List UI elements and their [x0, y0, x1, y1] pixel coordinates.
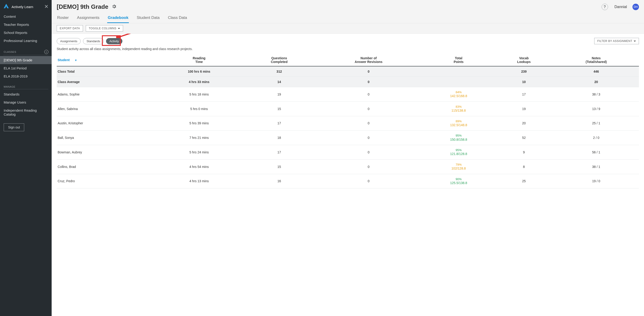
pill-standards[interactable]: Standards [83, 38, 104, 44]
col-points[interactable]: Total Points [423, 54, 494, 66]
sort-caret-icon: ▾ [75, 59, 76, 62]
cell-questions: 19 [244, 87, 314, 102]
cell-questions: 16 [244, 174, 314, 188]
activity-description: Student activity across all class assign… [57, 47, 639, 51]
sidebar-manage-item[interactable]: Standards [0, 90, 52, 98]
gear-icon[interactable] [112, 4, 117, 10]
help-icon[interactable]: ? [602, 4, 608, 10]
sidebar-item[interactable]: Professional Learning [0, 37, 52, 45]
cell-points [423, 66, 494, 77]
cell-student: Austin, Kristopher [57, 116, 154, 131]
tab-student-data[interactable]: Student Data [136, 14, 160, 23]
cell-points: 95%150.8/158.8 [423, 131, 494, 145]
cell-revisions: 0 [314, 131, 423, 145]
sidebar-class-item[interactable]: ELA 1st Period [0, 64, 52, 72]
avatar[interactable]: DH [632, 4, 639, 10]
sidebar-manage-item[interactable]: Independent Reading Catalog [0, 106, 52, 118]
cell-revisions: 0 [314, 145, 423, 160]
cell-reading: 100 hrs 6 mins [154, 66, 244, 77]
cell-vocab: 9 [494, 145, 554, 160]
points-pct: 95% [425, 148, 492, 152]
table-row[interactable]: Ball, Sonya7 hrs 21 mins18095%150.8/158.… [57, 131, 639, 145]
col-notes[interactable]: Notes (Total/shared) [554, 54, 639, 66]
sidebar-manage-item[interactable]: Manage Users [0, 98, 52, 106]
tab-roster[interactable]: Roster [57, 14, 69, 23]
table-row-total: Class Total100 hrs 6 mins3120239446 [57, 66, 639, 77]
cell-questions: 17 [244, 145, 314, 160]
col-reading-time[interactable]: Reading Time [154, 54, 244, 66]
page-title: [DEMO] 9th Grade [57, 3, 108, 10]
cell-revisions: 0 [314, 116, 423, 131]
points-fraction: 115/138.8 [425, 109, 492, 113]
cell-vocab: 19 [494, 102, 554, 116]
cell-vocab: 25 [494, 174, 554, 188]
cell-revisions: 0 [314, 159, 423, 174]
brand-name: Actively Learn [12, 5, 42, 9]
cell-points: 83%115/138.8 [423, 102, 494, 116]
table-row[interactable]: Collins, Brad4 hrs 54 mins15079%102/128.… [57, 159, 639, 174]
cell-points: 95%121.8/128.8 [423, 145, 494, 160]
chevron-down-icon [634, 41, 636, 42]
sidebar-item[interactable]: Content [0, 13, 52, 21]
points-fraction: 142.5/168.8 [425, 94, 492, 98]
cell-reading: 5 hrs 0 mins [154, 102, 244, 116]
cell-points: 79%102/128.8 [423, 159, 494, 174]
cell-notes: 56 / 1 [554, 145, 639, 160]
manage-heading: MANAGE [4, 85, 16, 88]
cell-reading: 5 hrs 39 mins [154, 116, 244, 131]
points-pct: 83% [425, 105, 492, 109]
cell-notes: 19 / 0 [554, 174, 639, 188]
cell-notes: 2 / 0 [554, 131, 639, 145]
cell-notes: 20 [554, 77, 639, 87]
close-icon[interactable]: ✕ [44, 4, 48, 10]
cell-questions: 312 [244, 66, 314, 77]
cell-revisions: 0 [314, 66, 423, 77]
logo-icon [3, 3, 9, 10]
cell-vocab: 52 [494, 131, 554, 145]
cell-questions: 18 [244, 131, 314, 145]
chevron-down-icon [118, 28, 120, 29]
filter-by-assignment-button[interactable]: FILTER BY ASSIGNMENT [594, 38, 639, 44]
table-row[interactable]: Cruz, Pedro4 hrs 13 mins16090%125.5/138.… [57, 174, 639, 188]
activity-table: Student ▾ Reading Time Questions Complet… [57, 54, 639, 188]
table-row[interactable]: Bowman, Aubrey5 hrs 24 mins17095%121.8/1… [57, 145, 639, 160]
pill-activity[interactable]: Activity [106, 38, 122, 44]
export-data-label: EXPORT DATA [60, 27, 80, 30]
toggle-columns-label: TOGGLE COLUMNS [89, 27, 116, 30]
col-vocab[interactable]: Vocab Lookups [494, 54, 554, 66]
signout-button[interactable]: Sign out [4, 123, 24, 131]
cell-reading: 5 hrs 18 mins [154, 87, 244, 102]
points-fraction: 125.5/138.8 [425, 181, 492, 185]
cell-revisions: 0 [314, 77, 423, 87]
table-row[interactable]: Austin, Kristopher5 hrs 39 mins17089%132… [57, 116, 639, 131]
username[interactable]: Dannial [614, 5, 627, 9]
points-pct: 79% [425, 163, 492, 167]
points-pct: 89% [425, 120, 492, 123]
tab-gradebook[interactable]: Gradebook [107, 14, 129, 23]
col-revisions[interactable]: Number of Answer Revisions [314, 54, 423, 66]
cell-label: Class Total [57, 66, 154, 77]
points-fraction: 132.5/148.8 [425, 123, 492, 127]
cell-questions: 15 [244, 102, 314, 116]
pill-assignments[interactable]: Assignments [57, 38, 81, 44]
table-row[interactable]: Adams, Sophie5 hrs 18 mins19084%142.5/16… [57, 87, 639, 102]
tab-class-data[interactable]: Class Data [167, 14, 188, 23]
export-data-button[interactable]: EXPORT DATA [57, 25, 83, 32]
table-row[interactable]: Allen, Sabrina5 hrs 0 mins15083%115/138.… [57, 102, 639, 116]
tab-assignments[interactable]: Assignments [76, 14, 100, 23]
add-class-icon[interactable]: + [44, 50, 48, 54]
toggle-columns-button[interactable]: TOGGLE COLUMNS [86, 25, 123, 32]
cell-student: Adams, Sophie [57, 87, 154, 102]
points-fraction: 121.8/128.8 [425, 152, 492, 156]
col-questions[interactable]: Questions Completed [244, 54, 314, 66]
sidebar-item[interactable]: School Reports [0, 29, 52, 37]
sidebar-class-item[interactable]: ELA 2018-2019 [0, 72, 52, 80]
cell-questions: 15 [244, 159, 314, 174]
col-student-label: Student [58, 58, 70, 62]
points-pct: 84% [425, 90, 492, 94]
cell-student: Collins, Brad [57, 159, 154, 174]
sidebar-item[interactable]: Teacher Reports [0, 21, 52, 29]
sidebar-class-item[interactable]: [DEMO] 9th Grade [0, 56, 52, 64]
cell-vocab: 8 [494, 159, 554, 174]
col-student[interactable]: Student ▾ [57, 54, 154, 66]
